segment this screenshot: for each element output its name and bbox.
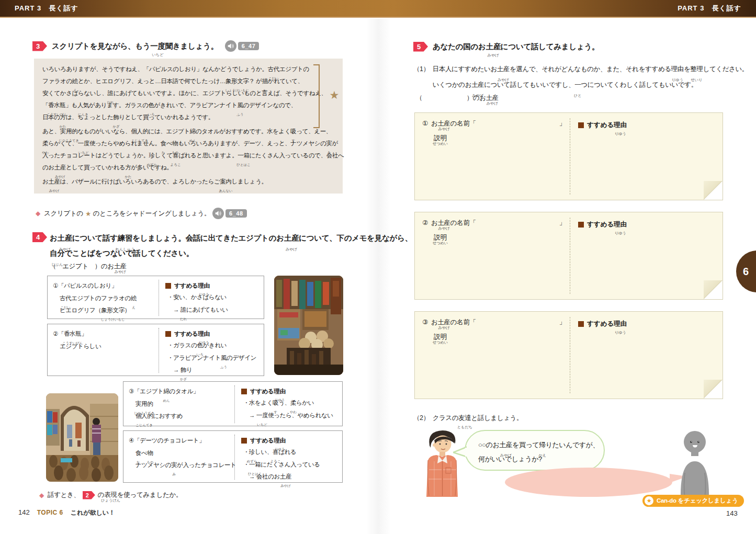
memo-3-reasons: すすめる理由りゆう ・水をよく吸すう、柔やわらかい → 一度いちど使ったら、やめ… xyxy=(234,385,338,423)
dotted-divider xyxy=(570,317,570,393)
left-page-footer: 142 TOPIC 6 これが欲しい！ xyxy=(18,508,115,517)
description-label: 説明せつめい xyxy=(434,233,447,242)
star-icon: ★ xyxy=(330,89,339,101)
page-spine-shadow xyxy=(366,19,390,534)
souvenir-name-label: お土産みやげの名前「 xyxy=(431,119,476,128)
closing-bracket: 」 xyxy=(559,219,566,228)
section-3-heading: 3 スクリプトを見ながら、もう一度いちど聞きましょう。 6_47 xyxy=(32,40,259,52)
section-4-badge: 4 xyxy=(32,232,47,242)
square-bullet-icon xyxy=(241,438,247,444)
speech-bubble-reply-empty xyxy=(505,468,672,497)
speech-bubble-text: ○○のお土産みやげを買って帰かえりたいんですが、何がいいでしょうか? xyxy=(478,438,596,466)
diamond-icon: ◆ xyxy=(36,210,40,217)
memo-2-item: ②「香水瓶こうすいびん」エジプトらしい xyxy=(53,328,159,373)
question-1-label: （1） xyxy=(413,61,430,93)
square-bullet-icon xyxy=(165,283,171,289)
page-fold-corner xyxy=(704,380,723,399)
star-icon: ★ xyxy=(645,496,653,505)
script-box: いろいろありますが、そうですねえ、「パピルスのしおり」なんかどうでしょうか。古代… xyxy=(34,59,343,194)
reason-heading: すすめる理由りゆう xyxy=(241,435,338,446)
memo-box-2-perfume-bottle: ②「香水瓶こうすいびん」エジプトらしい すすめる理由りゆう ・ガラスの色いろがき… xyxy=(47,324,264,376)
memo-box-4-date-chocolate: ④「デーツのチョコレート」食たべ物ものナツメヤシの実みが入ったチョコレート すす… xyxy=(123,430,343,483)
worksheet-box-2[interactable]: ② お土産みやげの名前「 」 説明せつめい すすめる理由りゆう xyxy=(414,212,723,300)
reason-title: すすめる理由りゆう xyxy=(250,435,286,446)
topic-tab-6[interactable]: 6 xyxy=(736,251,756,292)
description-label: 説明せつめい xyxy=(434,134,447,143)
page-fold-corner xyxy=(704,181,723,200)
audio-track-6-48: 6_48 xyxy=(212,208,246,219)
script-paragraph-2: あと、実用的じつようてきなものがいいなら、個人的こじんてきには、エジプト綿めんの… xyxy=(42,126,311,174)
square-bullet-icon xyxy=(165,331,171,337)
question-1-block: （1） 日本人にすすめたいお土産みやげを選んで、それがどんなものか、また、それを… xyxy=(413,61,732,93)
memo-1-item: ①「パピルスのしおり」古代こだいエジプトのファラオの絵えヒエログリフ（象形文字し… xyxy=(53,280,159,316)
egypt-souvenir-label: （ エジプト ）のお土産みやげ xyxy=(50,262,127,271)
header-right-label: PART 3 長く話す xyxy=(678,4,741,13)
star-icon: ★ xyxy=(85,210,91,218)
reason-lines: ・珍めずらしい、喜よろこばれる・一箱ひとはこにたくさん入っている → 会社のお土… xyxy=(241,446,338,483)
conversation-illustration: ○○のお土産みやげを買って帰かえりたいんですが、何がいいでしょうか? xyxy=(419,425,732,503)
shadowing-text-post: のところをシャドーイングしましょう。 xyxy=(93,209,210,218)
worksheet-box-3[interactable]: ③ お土産みやげの名前「 」 説明せつめい すすめる理由りゆう xyxy=(414,311,723,399)
diamond-icon: ◆ xyxy=(39,492,44,499)
shadowing-text-pre: スクリプトの xyxy=(44,209,83,218)
speaker-icon xyxy=(225,40,236,52)
worksheet-box-1[interactable]: ① お土産みやげの名前「 」 説明せつめい すすめる理由りゆう xyxy=(414,112,723,200)
reason-heading: すすめる理由りゆう xyxy=(578,119,627,131)
section-3-badge: 3 xyxy=(32,41,47,51)
memo-1-reasons: すすめる理由りゆう ・安い、かさばらない → 誰だれにあげてもいい xyxy=(159,280,259,316)
topic-title: これが欲しい！ xyxy=(71,508,115,517)
egypt-market-photo xyxy=(46,393,118,482)
reason-heading: すすめる理由りゆう xyxy=(241,385,338,397)
question-2-block: （2） クラスの友達ともだちと話しましょう。 xyxy=(413,412,523,424)
reason-title: すすめる理由りゆう xyxy=(587,219,627,230)
memo-4-item: ④「デーツのチョコレート」食たべ物ものナツメヤシの実みが入ったチョコレート xyxy=(129,435,234,480)
reason-lines: ・ガラスの色いろがきれい・アラビアンナイト風ふうのデザイン → 飾かざり xyxy=(165,339,259,377)
script-paragraph-1: いろいろありますが、そうですねえ、「パピルスのしおり」なんかどうでしょうか。古代… xyxy=(42,63,311,123)
section-5-badge: 5 xyxy=(413,42,428,52)
page-header-bar: PART 3 長く話す PART 3 長く話す xyxy=(0,0,756,18)
blank-souvenir-label: （ ）のお土産みやげ xyxy=(416,94,499,103)
dotted-divider xyxy=(570,118,570,195)
page-number-left: 142 xyxy=(18,508,30,516)
souvenir-name-label: お土産みやげの名前「 xyxy=(431,219,476,228)
reason-title: すすめる理由りゆう xyxy=(587,318,627,330)
shadowing-instruction: ◆ スクリプトの ★ のところをシャドーイングしましょう。 6_48 xyxy=(36,208,247,219)
reason-lines: ・安い、かさばらない → 誰だれにあげてもいい xyxy=(165,291,259,316)
reflection-text-post: の表現ひょうげんを使ってみましたか。 xyxy=(98,491,182,499)
description-label: 説明せつめい xyxy=(434,333,447,342)
reason-title: すすめる理由りゆう xyxy=(174,328,210,339)
souvenir-name-line: ① お土産みやげの名前「 」 xyxy=(422,119,566,128)
man-illustration xyxy=(422,428,462,497)
memo-box-1-papyrus: ①「パピルスのしおり」古代こだいエジプトのファラオの絵えヒエログリフ（象形文字し… xyxy=(47,276,264,319)
section-3-title: スクリプトを見ながら、もう一度いちど聞きましょう。 xyxy=(52,41,218,51)
section-5-title: あなたの国のお土産みやげについて話してみましょう。 xyxy=(433,41,599,52)
cando-check-button[interactable]: ★ Can-do をチェックしましょう xyxy=(642,495,744,507)
memo-2-reasons: すすめる理由りゆう ・ガラスの色いろがきれい・アラビアンナイト風ふうのデザイン … xyxy=(159,328,259,373)
reason-title: すすめる理由りゆう xyxy=(587,119,627,131)
speech-bubble-tail xyxy=(453,446,467,458)
topic-tab-number: 6 xyxy=(743,266,749,278)
square-bullet-icon xyxy=(578,222,584,228)
page-fold-corner xyxy=(704,280,723,299)
header-left-label: PART 3 長く話す xyxy=(15,4,78,13)
memo-3-item: ③「エジプト綿めんのタオル」実用的じつようてき個人的こじんてきにおすすめ xyxy=(129,385,234,423)
cando-label: Can-do をチェックしましょう xyxy=(657,497,738,505)
topic-label: TOPIC 6 xyxy=(37,509,63,516)
souvenir-name-label: お土産みやげの名前「 xyxy=(431,318,476,327)
audio-track-6-47: 6_47 xyxy=(225,40,259,52)
speech-bubble-question: ○○のお土産みやげを買って帰かえりたいんですが、何がいいでしょうか? xyxy=(465,430,605,471)
textbook-spread: PART 3 長く話す PART 3 長く話す 3 スクリプトを見ながら、もう一… xyxy=(0,0,756,534)
reason-title: すすめる理由りゆう xyxy=(174,280,210,291)
square-bullet-icon xyxy=(241,389,247,394)
script-paragraph-3: お土産みやげは、バザールに行けばいろいろあるので、よろしかったらご案内あんないし… xyxy=(42,176,311,188)
item-number: ② xyxy=(422,219,428,228)
section-5-heading: 5 あなたの国のお土産みやげについて話してみましょう。 xyxy=(413,41,599,52)
section-4-heading: 4 お土産みやげについて話す練習れんしゅうをしましょう。会話に出てきたエジプトの… xyxy=(32,231,364,261)
square-bullet-icon xyxy=(578,122,584,128)
souvenir-name-line: ③ お土産みやげの名前「 」 xyxy=(422,318,566,327)
audio-track-number: 6_48 xyxy=(225,209,246,218)
dotted-divider xyxy=(570,218,570,294)
reason-title: すすめる理由りゆう xyxy=(250,385,286,397)
closing-bracket: 」 xyxy=(559,318,566,327)
reason-heading: すすめる理由りゆう xyxy=(578,219,627,230)
